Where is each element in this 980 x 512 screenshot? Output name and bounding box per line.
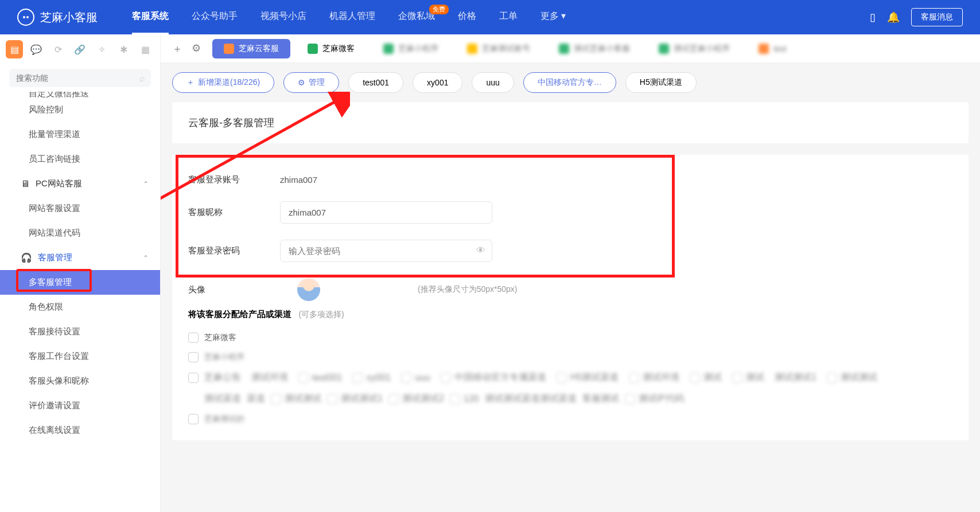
tool-link-icon[interactable]: 🔗	[71, 40, 88, 58]
checkbox-label-blurred: 芝麻测试的	[204, 414, 244, 424]
plus-icon: ＋	[186, 77, 195, 88]
header-right: ▯ 🔔 客服消息	[870, 8, 963, 26]
checkbox[interactable]	[188, 414, 199, 424]
add-channel-button[interactable]: ＋ 新增渠道(18/226)	[172, 72, 274, 93]
tab-dot-icon	[224, 44, 234, 54]
tool-home-icon[interactable]: ▤	[6, 40, 23, 58]
assign-option-1: 芝麻微客	[188, 328, 952, 347]
page-title-card: 云客服-多客服管理	[172, 102, 969, 143]
checkbox-label-blurred: 芝麻小程序	[204, 352, 244, 362]
assign-option-multiline: 芝麻公告测试环境 test001 xy001 uuu 中国移动官方专属渠道 H5…	[188, 367, 952, 388]
kefu-message-button[interactable]: 客服消息	[911, 8, 963, 26]
sidebar-menu: 自定义微信推送 风险控制 批量管理渠道 员工咨询链接 🖥PC网站客服 ⌃ 网站客…	[0, 92, 160, 512]
search-input[interactable]	[9, 69, 151, 87]
avatar-label: 头像	[188, 284, 280, 295]
logo[interactable]: 芝麻小客服	[17, 9, 98, 26]
menu-reception[interactable]: 客服接待设置	[0, 319, 160, 344]
eye-off-icon[interactable]: 👁	[476, 245, 485, 256]
avatar-row: 头像 (推荐头像尺寸为50px*50px)	[172, 270, 969, 309]
menu-multi-kefu[interactable]: 多客服管理	[0, 270, 160, 295]
menu-site-settings[interactable]: 网站客服设置	[0, 196, 160, 221]
menu-group-pc[interactable]: 🖥PC网站客服 ⌃	[0, 171, 160, 196]
tool-grid-icon[interactable]: ▦	[137, 40, 154, 58]
menu-role[interactable]: 角色权限	[0, 295, 160, 319]
menu-avatar-nick[interactable]: 客服头像和昵称	[0, 369, 160, 393]
tab-blurred-3[interactable]: 测试芝麻小客服	[547, 39, 641, 58]
nickname-row: 客服昵称	[172, 193, 969, 232]
logo-text: 芝麻小客服	[40, 10, 98, 25]
mobile-icon[interactable]: ▯	[870, 11, 876, 24]
avatar-image[interactable]	[297, 278, 320, 301]
password-row: 客服登录密码 👁	[172, 232, 969, 270]
menu-staff-consult[interactable]: 员工咨询链接	[0, 147, 160, 171]
tool-chat-icon[interactable]: 💬	[28, 40, 45, 58]
top-header: 芝麻小客服 客服系统 公众号助手 视频号小店 机器人管理 企微私域 免费 价格 …	[0, 0, 980, 34]
nav-qiwei[interactable]: 企微私域 免费	[398, 0, 435, 34]
tool-star-icon[interactable]: ✱	[115, 40, 133, 58]
main-content: ＋ ⚙ 芝麻云客服 芝麻微客 芝麻小程序 芝麻测试账号 测试芝麻小客服 测试芝麻…	[161, 34, 980, 512]
nickname-input[interactable]	[280, 201, 492, 224]
password-label: 客服登录密码	[188, 245, 280, 256]
channel-pill-h5[interactable]: H5测试渠道	[625, 72, 697, 93]
channel-pill-cmcc[interactable]: 中国移动官方专…	[523, 72, 616, 93]
account-label: 客服登录账号	[188, 174, 280, 185]
checkbox[interactable]	[188, 352, 199, 362]
password-input[interactable]	[280, 240, 492, 262]
channel-pill-xy001[interactable]: xy001	[413, 72, 462, 93]
manage-button[interactable]: ⚙ 管理	[283, 72, 339, 93]
nav-more[interactable]: 更多 ▾	[540, 0, 566, 34]
tool-puzzle-icon[interactable]: ✧	[94, 40, 111, 58]
tab-zhima-cloud[interactable]: 芝麻云客服	[212, 39, 290, 58]
assign-title: 将该客服分配给产品或渠道	[188, 309, 291, 319]
assign-option-last: 芝麻测试的	[188, 409, 952, 429]
menu-site-code[interactable]: 网站渠道代码	[0, 221, 160, 245]
assign-section: 将该客服分配给产品或渠道 (可多项选择) 芝麻微客 芝麻小程序 芝麻公告测试	[172, 309, 969, 429]
plus-icon[interactable]: ＋	[172, 42, 182, 56]
tab-blurred-2[interactable]: 芝麻测试账号	[456, 39, 542, 58]
search-icon[interactable]: ⌕	[139, 73, 145, 84]
tab-dot-icon	[308, 44, 318, 54]
menu-online-offline[interactable]: 在线离线设置	[0, 418, 160, 443]
svg-point-1	[26, 16, 29, 18]
tab-zhima-weike[interactable]: 芝麻微客	[296, 39, 366, 58]
tool-refresh-icon[interactable]: ⟳	[49, 40, 67, 58]
chevron-up-icon: ⌃	[143, 180, 149, 188]
free-badge: 免费	[429, 5, 449, 14]
nav-price[interactable]: 价格	[458, 0, 476, 34]
menu-workbench[interactable]: 客服工作台设置	[0, 344, 160, 369]
menu-group-kefu-mgmt[interactable]: 🎧客服管理 ⌃	[0, 245, 160, 270]
tab-blurred-5[interactable]: test	[747, 39, 798, 58]
headset-icon: 🎧	[21, 252, 32, 263]
nickname-label: 客服昵称	[188, 207, 280, 218]
channel-pill-uuu[interactable]: uuu	[472, 72, 514, 93]
assign-subtitle: (可多项选择)	[298, 310, 344, 319]
account-row: 客服登录账号 zhima007	[172, 166, 969, 193]
menu-risk[interactable]: 风险控制	[0, 97, 160, 122]
menu-review-invite[interactable]: 评价邀请设置	[0, 393, 160, 418]
chevron-down-icon: ▾	[561, 11, 566, 21]
sidebar-search: ⌕	[9, 69, 151, 87]
tab-blurred-1[interactable]: 芝麻小程序	[372, 39, 450, 58]
page-title: 云客服-多客服管理	[188, 116, 952, 130]
nav-gongzhonghao[interactable]: 公众号助手	[192, 0, 238, 34]
highlight-annotation	[16, 269, 92, 292]
menu-custom-push[interactable]: 自定义微信推送	[0, 92, 160, 97]
nav-kefu[interactable]: 客服系统	[132, 0, 169, 34]
top-nav: 客服系统 公众号助手 视频号小店 机器人管理 企微私域 免费 价格 工单 更多 …	[132, 0, 870, 34]
nav-ticket[interactable]: 工单	[499, 0, 518, 34]
sidebar-toolbar: ▤ 💬 ⟳ 🔗 ✧ ✱ ▦	[0, 34, 160, 64]
tab-blurred-4[interactable]: 测试芝麻小程序	[647, 39, 741, 58]
chevron-up-icon: ⌃	[143, 254, 149, 262]
nav-robot[interactable]: 机器人管理	[329, 0, 375, 34]
gear-icon[interactable]: ⚙	[192, 42, 201, 56]
menu-batch-channel[interactable]: 批量管理渠道	[0, 122, 160, 147]
gear-icon: ⚙	[298, 78, 305, 87]
assign-option-line2: 测试渠道渠道 测试测试 测试测试1 测试测试2 120 测试测试渠道测试渠道 客…	[188, 388, 952, 409]
bell-icon[interactable]: 🔔	[887, 11, 900, 24]
channel-pill-test001[interactable]: test001	[348, 72, 403, 93]
channel-filter-row: ＋ 新增渠道(18/226) ⚙ 管理 test001 xy001 uuu 中国…	[161, 63, 980, 102]
workspace-tabs: ＋ ⚙ 芝麻云客服 芝麻微客 芝麻小程序 芝麻测试账号 测试芝麻小客服 测试芝麻…	[161, 34, 980, 63]
nav-shipinhao[interactable]: 视频号小店	[260, 0, 306, 34]
checkbox[interactable]	[188, 373, 199, 383]
checkbox[interactable]	[188, 333, 199, 343]
